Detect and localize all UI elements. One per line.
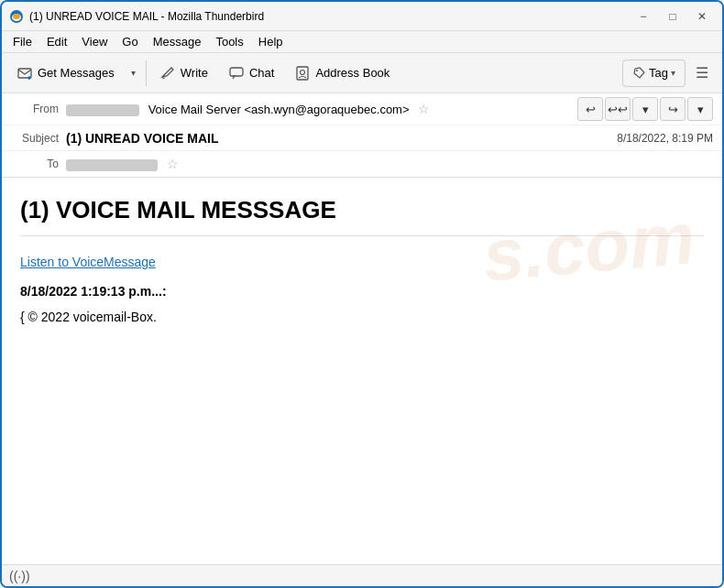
menu-bar: File Edit View Go Message Tools Help bbox=[2, 31, 722, 53]
menu-tools[interactable]: Tools bbox=[208, 33, 250, 50]
app-icon bbox=[9, 9, 24, 24]
tag-button[interactable]: Tag ▾ bbox=[622, 60, 686, 87]
app-window: (1) UNREAD VOICE MAIL - Mozilla Thunderb… bbox=[0, 0, 724, 588]
email-body: s.com (1) VOICE MAIL MESSSAGE Listen to … bbox=[2, 178, 722, 564]
hamburger-menu-button[interactable]: ☰ bbox=[687, 58, 717, 89]
svg-rect-4 bbox=[230, 68, 243, 76]
menu-view[interactable]: View bbox=[74, 33, 115, 50]
tag-label: Tag bbox=[649, 66, 668, 80]
reply-dropdown-button[interactable]: ▾ bbox=[632, 97, 658, 121]
main-toolbar: Get Messages ▾ Write Chat Address Book bbox=[2, 53, 722, 93]
chat-button[interactable]: Chat bbox=[219, 58, 283, 89]
from-sender-blurred bbox=[66, 104, 139, 116]
menu-file[interactable]: File bbox=[5, 33, 39, 50]
email-header: From Voice Mail Server <ash.wyn@agoraque… bbox=[2, 93, 722, 178]
date-value: 8/18/2022, 8:19 PM bbox=[389, 132, 713, 145]
forward-button[interactable]: ↪ bbox=[660, 97, 686, 121]
svg-point-7 bbox=[636, 70, 638, 71]
connection-status-icon: ((·)) bbox=[9, 569, 30, 583]
window-title: (1) UNREAD VOICE MAIL - Mozilla Thunderb… bbox=[29, 10, 631, 23]
get-messages-dropdown[interactable]: ▾ bbox=[126, 58, 142, 89]
to-value: ☆ bbox=[66, 157, 713, 171]
write-button[interactable]: Write bbox=[150, 58, 217, 89]
reply-toolbar: ↩ ↩↩ ▾ ↪ ▾ bbox=[577, 97, 713, 121]
from-value: Voice Mail Server <ash.wyn@agoraquebec.c… bbox=[66, 102, 577, 116]
menu-go[interactable]: Go bbox=[115, 33, 145, 50]
reply-button[interactable]: ↩ bbox=[577, 97, 603, 121]
toolbar-separator-1 bbox=[146, 60, 147, 86]
tag-dropdown-icon: ▾ bbox=[671, 68, 675, 78]
listen-link[interactable]: Listen to VoiceMessage bbox=[20, 255, 156, 269]
write-label: Write bbox=[181, 66, 208, 80]
subject-label: Subject bbox=[11, 132, 59, 145]
to-recipient-blurred bbox=[66, 159, 158, 171]
get-messages-button[interactable]: Get Messages bbox=[7, 58, 124, 89]
from-star-icon[interactable]: ☆ bbox=[418, 102, 430, 116]
get-messages-label: Get Messages bbox=[38, 66, 115, 80]
menu-edit[interactable]: Edit bbox=[39, 33, 74, 50]
forward-dropdown-button[interactable]: ▾ bbox=[687, 97, 713, 121]
svg-point-6 bbox=[301, 70, 305, 74]
svg-point-2 bbox=[13, 14, 20, 19]
close-button[interactable]: ✕ bbox=[689, 6, 715, 27]
email-copy: { © 2022 voicemail-Box. bbox=[20, 310, 704, 324]
subject-value: (1) UNREAD VOICE MAIL bbox=[66, 131, 389, 146]
chat-label: Chat bbox=[249, 66, 274, 80]
maximize-button[interactable]: □ bbox=[660, 6, 686, 27]
tag-icon bbox=[632, 66, 646, 80]
status-bar: ((·)) bbox=[2, 564, 722, 586]
to-star-icon[interactable]: ☆ bbox=[167, 157, 179, 171]
address-book-button[interactable]: Address Book bbox=[285, 58, 399, 89]
address-book-label: Address Book bbox=[315, 66, 389, 80]
svg-rect-5 bbox=[297, 67, 308, 80]
title-bar: (1) UNREAD VOICE MAIL - Mozilla Thunderb… bbox=[2, 2, 722, 31]
menu-message[interactable]: Message bbox=[146, 33, 209, 50]
chat-icon bbox=[228, 65, 245, 82]
address-book-icon bbox=[294, 65, 311, 82]
from-email: Voice Mail Server <ash.wyn@agoraquebec.c… bbox=[148, 103, 410, 116]
from-label: From bbox=[11, 103, 59, 115]
subject-row: Subject (1) UNREAD VOICE MAIL 8/18/2022,… bbox=[2, 125, 722, 151]
window-controls: − □ ✕ bbox=[631, 6, 715, 27]
write-icon bbox=[159, 65, 176, 82]
reply-all-button[interactable]: ↩↩ bbox=[605, 97, 631, 121]
menu-help[interactable]: Help bbox=[251, 33, 291, 50]
from-row: From Voice Mail Server <ash.wyn@agoraque… bbox=[2, 93, 722, 125]
email-heading: (1) VOICE MAIL MESSSAGE bbox=[20, 196, 704, 236]
minimize-button[interactable]: − bbox=[631, 6, 656, 27]
email-meta: 8/18/2022 1:19:13 p.m...: bbox=[20, 284, 704, 299]
to-row: To ☆ bbox=[2, 151, 722, 177]
to-label: To bbox=[11, 158, 59, 170]
get-messages-icon bbox=[16, 65, 33, 82]
